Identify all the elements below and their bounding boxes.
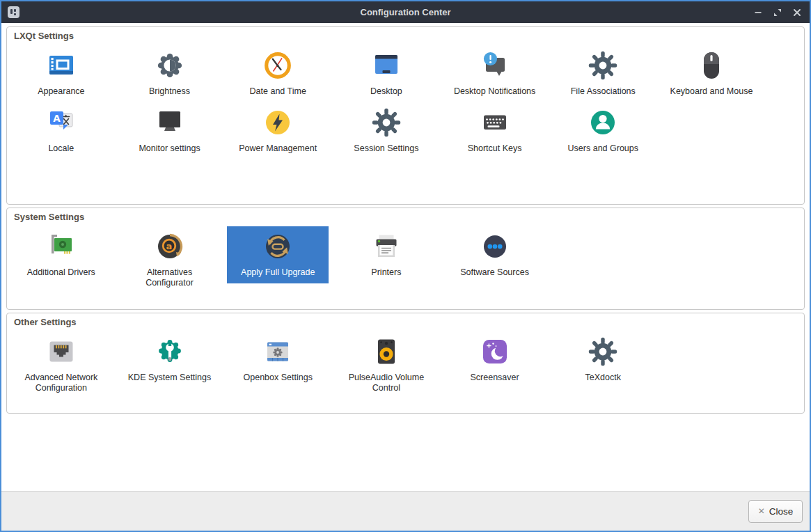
svg-text:a: a — [166, 241, 172, 251]
app-icon — [8, 6, 19, 18]
item-label: Alternatives Configurator — [126, 267, 214, 288]
config-item-session-settings[interactable]: Session Settings — [332, 102, 441, 159]
config-item-desktop[interactable]: Desktop — [332, 45, 441, 102]
item-label: Monitor settings — [139, 143, 200, 154]
ethernet-port-icon — [45, 335, 78, 368]
gear-wrench-icon — [153, 335, 187, 368]
monitor-icon — [153, 106, 187, 139]
item-label: Users and Groups — [568, 143, 638, 154]
alternatives-a-icon: a — [153, 230, 187, 263]
item-label: Openbox Settings — [244, 373, 313, 383]
config-item-openbox-settings[interactable]: Openbox Settings — [223, 331, 332, 389]
config-item-shortcut-keys[interactable]: Shortcut Keys — [441, 102, 549, 159]
close-button[interactable]: ✕ Close — [748, 500, 803, 523]
item-label: Additional Drivers — [27, 267, 95, 278]
config-item-advanced-network-configuration[interactable]: Advanced Network Configuration — [7, 331, 116, 399]
item-label: Brightness — [149, 86, 190, 97]
brightness-icon — [153, 49, 187, 82]
restore-button[interactable] — [771, 6, 784, 19]
item-label: Desktop — [370, 86, 402, 97]
printer-icon — [370, 230, 403, 263]
minimize-button[interactable] — [752, 6, 764, 19]
footer-bar: ✕ Close — [1, 491, 810, 531]
configuration-center-window: Configuration Center LXQt Settings — [0, 0, 811, 532]
section-other-settings: Other Settings Advanced Network Configur… — [6, 313, 805, 414]
item-label: PulseAudio Volume Control — [342, 373, 430, 393]
mouse-icon — [695, 49, 728, 82]
config-item-kde-system-settings[interactable]: KDE System Settings — [116, 331, 224, 389]
moon-stars-icon — [478, 335, 512, 368]
pci-card-icon — [45, 230, 78, 263]
item-label: Session Settings — [354, 143, 418, 154]
selected-tile: Apply Full Upgrade — [227, 226, 329, 283]
item-label: Apply Full Upgrade — [241, 267, 315, 278]
close-icon — [793, 8, 801, 17]
window-gear-icon — [261, 335, 294, 368]
titlebar: Configuration Center — [1, 1, 810, 23]
section-title: Other Settings — [7, 313, 804, 329]
config-item-power-management[interactable]: Power Management — [223, 102, 332, 159]
config-item-locale[interactable]: A Locale — [7, 102, 116, 159]
config-item-monitor-settings[interactable]: Monitor settings — [116, 102, 224, 159]
config-item-alternatives-configurator[interactable]: a Alternatives Configurator — [116, 226, 224, 294]
section-title: System Settings — [7, 208, 804, 224]
close-x-icon: ✕ — [758, 506, 765, 516]
item-label: Keyboard and Mouse — [670, 86, 753, 97]
lightning-icon — [261, 106, 294, 139]
config-item-printers[interactable]: Printers — [332, 226, 441, 283]
three-dots-icon — [478, 230, 512, 263]
gear-icon — [586, 49, 620, 82]
item-label: Printers — [371, 267, 401, 278]
close-window-button[interactable] — [791, 6, 803, 19]
speaker-icon — [370, 335, 403, 368]
config-item-date-and-time[interactable]: Date and Time — [223, 45, 332, 102]
appearance-icon — [45, 49, 78, 82]
content-area: LXQt Settings Appearance — [1, 23, 810, 531]
item-label: File Associations — [571, 86, 636, 97]
config-item-additional-drivers[interactable]: Additional Drivers — [7, 226, 116, 283]
gear-icon — [370, 106, 403, 139]
config-item-screensaver[interactable]: Screensaver — [441, 331, 549, 389]
config-item-desktop-notifications[interactable]: Desktop Notifications — [441, 45, 549, 102]
item-label: Shortcut Keys — [468, 143, 522, 154]
item-label: Appearance — [38, 86, 84, 97]
item-label: TeXdoctk — [585, 373, 621, 383]
section-system-settings: System Settings Additional Drivers — [6, 208, 805, 310]
item-label: Date and Time — [250, 86, 306, 97]
desktop-icon — [370, 49, 403, 82]
config-item-texdoctk[interactable]: TeXdoctk — [549, 331, 657, 389]
item-label: Locale — [48, 143, 74, 154]
upgrade-refresh-icon — [261, 230, 294, 263]
notification-bubble-icon — [478, 49, 512, 82]
item-label: Software Sources — [460, 267, 529, 278]
keyboard-icon — [478, 106, 512, 139]
clock-icon — [261, 49, 294, 82]
config-item-brightness[interactable]: Brightness — [116, 45, 224, 102]
svg-text:A: A — [53, 113, 61, 124]
config-item-users-and-groups[interactable]: Users and Groups — [549, 102, 657, 159]
window-title: Configuration Center — [1, 7, 810, 17]
item-label: KDE System Settings — [128, 373, 212, 383]
item-label: Advanced Network Configuration — [17, 373, 105, 393]
close-button-label: Close — [769, 506, 794, 517]
gear-icon — [586, 335, 620, 368]
section-lxqt-settings: LXQt Settings Appearance — [6, 26, 805, 205]
content-filler — [1, 416, 810, 491]
config-item-keyboard-and-mouse[interactable]: Keyboard and Mouse — [657, 45, 766, 102]
config-item-apply-full-upgrade[interactable]: Apply Full Upgrade — [223, 226, 332, 283]
config-item-file-associations[interactable]: File Associations — [549, 45, 657, 102]
restore-icon — [773, 8, 782, 17]
minimize-icon — [754, 8, 762, 17]
user-circle-icon — [586, 106, 620, 139]
section-title: LXQt Settings — [7, 27, 804, 42]
item-label: Desktop Notifications — [454, 86, 535, 97]
config-item-software-sources[interactable]: Software Sources — [441, 226, 549, 283]
item-label: Power Management — [239, 143, 317, 154]
config-item-pulseaudio-volume-control[interactable]: PulseAudio Volume Control — [332, 331, 441, 399]
item-label: Screensaver — [471, 373, 519, 383]
config-item-appearance[interactable]: Appearance — [7, 45, 116, 102]
translate-icon: A — [45, 106, 78, 139]
